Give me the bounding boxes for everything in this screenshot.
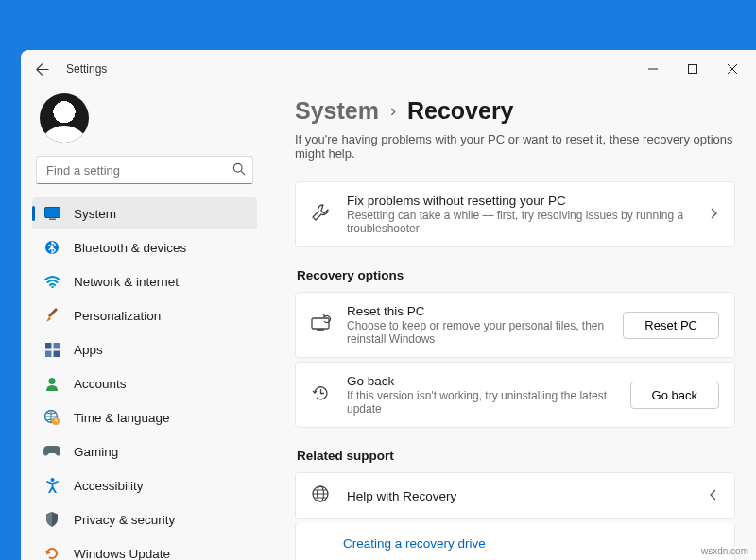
card-title: Fix problems without resetting your PC: [347, 194, 693, 208]
help-globe-icon: [311, 484, 332, 507]
minimize-icon: [648, 64, 658, 74]
help-link-row: Creating a recovery drive: [295, 523, 735, 560]
profile-row[interactable]: [32, 88, 257, 156]
watermark: wsxdn.com: [699, 546, 750, 556]
sidebar-item-label: Windows Update: [74, 547, 170, 561]
sidebar-item-label: Apps: [74, 343, 103, 357]
paintbrush-icon: [43, 308, 60, 323]
window-controls: [633, 54, 752, 84]
sidebar-item-bluetooth[interactable]: Bluetooth & devices: [32, 231, 257, 263]
sidebar-item-label: Gaming: [74, 445, 118, 459]
titlebar-left: Settings: [34, 61, 107, 76]
svg-point-1: [233, 163, 242, 172]
svg-point-10: [49, 378, 56, 384]
sidebar-item-label: Time & language: [74, 411, 170, 425]
sidebar-item-label: Accounts: [74, 377, 127, 391]
card-body: Reset this PC Choose to keep or remove y…: [347, 304, 608, 346]
svg-rect-8: [45, 350, 52, 357]
wifi-icon: [43, 276, 60, 288]
related-support-heading: Related support: [297, 449, 735, 463]
person-icon: [43, 377, 60, 391]
card-body: Help with Recovery: [347, 489, 693, 503]
card-action: Reset PC: [623, 312, 719, 339]
back-button[interactable]: [34, 61, 49, 76]
gamepad-icon: [43, 446, 60, 457]
globe-clock-icon: [43, 410, 60, 425]
chevron-right-icon: [708, 206, 719, 223]
sidebar-item-accounts[interactable]: Accounts: [32, 367, 257, 399]
svg-point-13: [50, 478, 54, 482]
chevron-up-icon: [708, 487, 719, 504]
card-title: Reset this PC: [347, 304, 608, 318]
settings-window: Settings System: [21, 50, 756, 560]
content-area: System Bluetooth & devices Network & int…: [21, 88, 756, 560]
svg-rect-9: [53, 350, 60, 357]
sidebar-item-label: Personalization: [74, 309, 161, 323]
svg-rect-3: [49, 219, 56, 221]
sidebar-item-accessibility[interactable]: Accessibility: [32, 469, 257, 501]
go-back-button[interactable]: Go back: [630, 382, 719, 409]
help-recovery-card[interactable]: Help with Recovery: [295, 472, 735, 519]
reset-icon: [311, 314, 332, 335]
sidebar-item-label: Accessibility: [74, 479, 144, 493]
window-title: Settings: [66, 62, 107, 76]
sidebar: System Bluetooth & devices Network & int…: [21, 88, 268, 560]
card-desc: Choose to keep or remove your personal f…: [347, 319, 608, 346]
bluetooth-icon: [43, 240, 60, 255]
fix-problems-card[interactable]: Fix problems without resetting your PC R…: [295, 181, 735, 247]
recovery-drive-link[interactable]: Creating a recovery drive: [296, 523, 501, 560]
reset-pc-button[interactable]: Reset PC: [623, 312, 719, 339]
update-icon: [43, 546, 60, 560]
card-title: Help with Recovery: [347, 489, 693, 503]
accessibility-icon: [43, 478, 60, 493]
go-back-card: Go back If this version isn't working, t…: [295, 362, 735, 428]
sidebar-item-apps[interactable]: Apps: [32, 333, 257, 365]
sidebar-item-label: Privacy & security: [74, 513, 175, 527]
system-icon: [43, 207, 60, 220]
sidebar-item-label: System: [74, 207, 116, 221]
arrow-left-icon: [35, 62, 49, 76]
sidebar-item-network[interactable]: Network & internet: [32, 265, 257, 297]
card-body: Go back If this version isn't working, t…: [347, 374, 615, 416]
history-icon: [311, 383, 332, 406]
page-description: If you're having problems with your PC o…: [295, 132, 735, 161]
sidebar-item-gaming[interactable]: Gaming: [32, 435, 257, 467]
breadcrumb-parent[interactable]: System: [295, 97, 379, 125]
svg-rect-6: [45, 343, 52, 349]
nav: System Bluetooth & devices Network & int…: [32, 197, 257, 560]
search-icon: [232, 162, 246, 179]
sidebar-item-personalization[interactable]: Personalization: [32, 299, 257, 331]
wrench-icon: [311, 203, 332, 226]
card-desc: If this version isn't working, try unins…: [347, 389, 615, 416]
minimize-button[interactable]: [633, 54, 673, 84]
main-panel: System › Recovery If you're having probl…: [268, 88, 756, 560]
recovery-options-heading: Recovery options: [297, 268, 735, 282]
sidebar-item-windows-update[interactable]: Windows Update: [32, 537, 257, 560]
sidebar-item-privacy-security[interactable]: Privacy & security: [32, 503, 257, 535]
svg-rect-2: [44, 208, 60, 218]
card-title: Go back: [347, 374, 615, 388]
sidebar-item-time-language[interactable]: Time & language: [32, 401, 257, 433]
svg-point-5: [51, 285, 53, 287]
maximize-button[interactable]: [673, 54, 713, 84]
reset-pc-card: Reset this PC Choose to keep or remove y…: [295, 292, 735, 358]
search-wrap: [36, 156, 253, 184]
search-input[interactable]: [36, 156, 253, 184]
maximize-icon: [688, 64, 697, 74]
close-button[interactable]: [713, 54, 752, 84]
avatar: [40, 93, 89, 143]
sidebar-item-system[interactable]: System: [32, 197, 257, 229]
svg-rect-14: [312, 318, 329, 329]
close-icon: [728, 64, 737, 74]
breadcrumb: System › Recovery: [295, 97, 735, 125]
page-title: Recovery: [407, 97, 514, 125]
sidebar-item-label: Bluetooth & devices: [74, 241, 186, 255]
titlebar: Settings: [21, 50, 756, 88]
sidebar-item-label: Network & internet: [74, 275, 179, 289]
card-action: Go back: [630, 382, 719, 409]
svg-rect-0: [689, 65, 697, 74]
apps-icon: [43, 343, 60, 357]
shield-icon: [43, 512, 60, 527]
svg-rect-7: [53, 343, 60, 349]
chevron-right-icon: ›: [390, 101, 396, 121]
